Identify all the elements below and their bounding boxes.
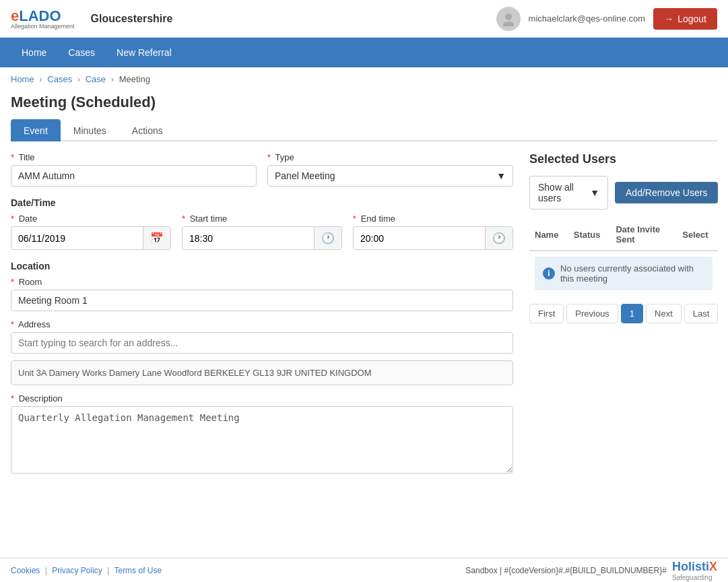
footer-links: Cookies | Privacy Policy | Terms of Use — [11, 566, 162, 575]
breadcrumb-cases[interactable]: Cases — [47, 74, 72, 84]
datetime-section-title: Date/Time — [11, 197, 513, 208]
col-status: Status — [568, 219, 611, 251]
user-email: michaelclark@qes-online.com — [529, 13, 646, 24]
start-time-group: * Start time 🕐 — [182, 214, 342, 250]
room-label: * Room — [11, 277, 513, 287]
current-page-button[interactable]: 1 — [621, 304, 643, 323]
address-label: * Address — [11, 319, 513, 329]
nav-bar: Home Cases New Referral — [0, 38, 728, 67]
type-required-star: * — [267, 152, 271, 162]
breadcrumb-current: Meeting — [119, 74, 150, 84]
nav-item-cases[interactable]: Cases — [57, 38, 106, 67]
no-users-text: No users currently associated with this … — [560, 263, 704, 284]
clock-icon[interactable]: 🕐 — [314, 227, 341, 249]
no-users-message: i No users currently associated with thi… — [535, 257, 713, 290]
date-label: * Date — [11, 214, 171, 224]
show-users-dropdown[interactable]: Show all users ▼ — [529, 176, 608, 209]
logout-icon: → — [664, 13, 673, 24]
tabs: Event Minutes Actions — [11, 119, 717, 141]
description-group: * Description Quarterly Allegation Manag… — [11, 393, 513, 474]
title-group: * Title — [11, 152, 257, 187]
type-select[interactable]: Panel Meeting ▼ — [267, 165, 513, 187]
holistix-logo: HolistiX — [672, 560, 717, 574]
breadcrumb-case[interactable]: Case — [86, 74, 106, 84]
end-time-input-wrapper: 🕐 — [353, 226, 513, 250]
location-section-title: Location — [11, 261, 513, 271]
page-title: Meeting (Scheduled) — [0, 91, 728, 119]
add-remove-users-button[interactable]: Add/Remove Users — [615, 182, 718, 203]
info-icon: i — [543, 267, 555, 280]
date-group: * Date 📅 — [11, 214, 171, 250]
avatar — [496, 7, 521, 31]
breadcrumb-home[interactable]: Home — [11, 74, 34, 84]
description-textarea[interactable]: Quarterly Allegation Management Meeting — [11, 406, 513, 474]
address-search-input[interactable] — [11, 332, 513, 354]
svg-point-0 — [505, 13, 512, 20]
nav-item-new-referral[interactable]: New Referral — [106, 38, 183, 67]
next-page-button[interactable]: Next — [646, 304, 682, 323]
first-page-button[interactable]: First — [529, 304, 564, 323]
calendar-icon[interactable]: 📅 — [143, 227, 170, 249]
type-label: * Type — [267, 152, 513, 162]
main-content: * Title * Type Panel Meeting ▼ Date/Time — [0, 152, 728, 474]
end-time-group: * End time 🕐 — [353, 214, 513, 250]
date-input[interactable] — [11, 228, 143, 249]
pagination: First Previous 1 Next Last — [529, 304, 718, 323]
selected-users-title: Selected Users — [529, 152, 718, 166]
sandbox-text: Sandbox | #{codeVersion}#.#{BUILD_BUILDN… — [465, 566, 667, 575]
holistix-sub: Safeguarding — [672, 574, 717, 581]
clock-end-icon[interactable]: 🕐 — [485, 227, 512, 249]
footer-cookies-link[interactable]: Cookies — [11, 566, 40, 575]
breadcrumb: Home › Cases › Case › Meeting — [0, 67, 728, 91]
no-users-row: i No users currently associated with thi… — [529, 251, 718, 296]
address-display: Unit 3A Damery Works Damery Lane Woodfor… — [11, 360, 513, 385]
start-time-input-wrapper: 🕐 — [182, 226, 342, 250]
date-input-wrapper: 📅 — [11, 226, 171, 250]
type-select-value: Panel Meeting — [275, 170, 335, 181]
logout-label: Logout — [677, 13, 706, 24]
title-input[interactable] — [11, 165, 257, 187]
users-table: Name Status Date Invite Sent Select i No… — [529, 219, 718, 296]
room-group: * Room — [11, 277, 513, 311]
chevron-down-icon: ▼ — [590, 187, 599, 198]
footer: Cookies | Privacy Policy | Terms of Use … — [0, 558, 728, 582]
previous-page-button[interactable]: Previous — [566, 304, 618, 323]
title-type-row: * Title * Type Panel Meeting ▼ — [11, 152, 513, 187]
col-date-invite: Date Invite Sent — [610, 219, 677, 251]
footer-terms-link[interactable]: Terms of Use — [114, 566, 162, 575]
users-table-head: Name Status Date Invite Sent Select — [529, 219, 718, 251]
col-select: Select — [677, 219, 718, 251]
type-group: * Type Panel Meeting ▼ — [267, 152, 513, 187]
start-time-input[interactable] — [183, 228, 314, 249]
last-page-button[interactable]: Last — [684, 304, 719, 323]
right-panel: Selected Users Show all users ▼ Add/Remo… — [529, 152, 718, 474]
end-time-label: * End time — [353, 214, 513, 224]
datetime-row: * Date 📅 * Start time 🕐 — [11, 214, 513, 250]
col-name: Name — [529, 219, 568, 251]
users-table-body: i No users currently associated with thi… — [529, 251, 718, 296]
chevron-down-icon: ▼ — [496, 170, 506, 181]
tab-event[interactable]: Event — [11, 119, 61, 141]
tab-actions[interactable]: Actions — [119, 119, 176, 141]
users-controls: Show all users ▼ Add/Remove Users — [529, 176, 718, 209]
left-panel: * Title * Type Panel Meeting ▼ Date/Time — [11, 152, 513, 474]
nav-item-home[interactable]: Home — [11, 38, 57, 67]
address-group: * Address Unit 3A Damery Works Damery La… — [11, 319, 513, 385]
logout-button[interactable]: → Logout — [653, 8, 717, 30]
title-required-star: * — [11, 152, 14, 162]
header-right: michaelclark@qes-online.com → Logout — [496, 7, 717, 31]
description-label: * Description — [11, 393, 513, 403]
footer-privacy-link[interactable]: Privacy Policy — [52, 566, 102, 575]
logo-subtitle: Allegation Management — [11, 24, 75, 30]
room-input[interactable] — [11, 290, 513, 311]
start-time-label: * Start time — [182, 214, 342, 224]
header: eLADO Allegation Management Gloucestersh… — [0, 0, 728, 38]
title-label: * Title — [11, 152, 257, 162]
footer-brand: Sandbox | #{codeVersion}#.#{BUILD_BUILDN… — [465, 560, 717, 581]
svg-point-1 — [503, 22, 514, 26]
end-time-input[interactable] — [354, 228, 485, 249]
show-users-label: Show all users — [538, 182, 585, 203]
tab-minutes[interactable]: Minutes — [61, 119, 119, 141]
logo: eLADO Allegation Management — [11, 7, 75, 30]
org-name: Gloucestershire — [91, 13, 173, 25]
